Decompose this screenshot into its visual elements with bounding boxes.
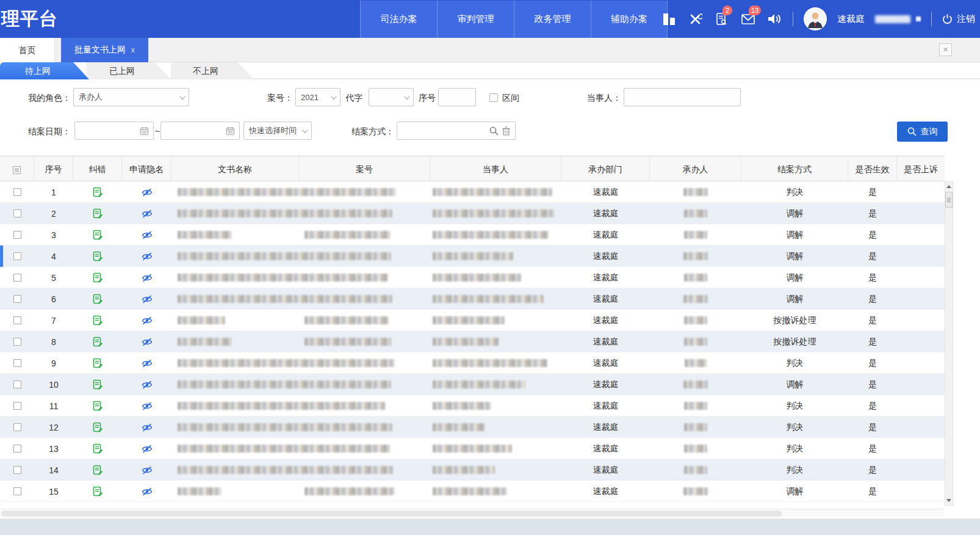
subtab-pending-publish[interactable]: 待上网 (0, 62, 89, 79)
eye-off-icon[interactable] (142, 295, 153, 304)
row-department: 速裁庭 (561, 459, 650, 481)
eye-off-icon[interactable] (142, 487, 153, 496)
row-checkbox[interactable] (13, 295, 21, 303)
row-document-cell (171, 246, 430, 267)
table-row[interactable]: 3 速裁庭 (0, 224, 945, 246)
nav-item-judicial-case[interactable]: 司法办案 (360, 1, 437, 38)
nav-item-assist-case[interactable]: 辅助办案 (591, 1, 668, 38)
correction-edit-icon[interactable] (93, 272, 103, 283)
mail-icon[interactable]: 13 (740, 11, 756, 27)
eye-off-icon[interactable] (142, 231, 153, 239)
row-checkbox[interactable] (13, 231, 21, 239)
panel-close-button[interactable]: × (939, 43, 952, 56)
horizontal-scrollbar[interactable] (0, 509, 945, 517)
correction-edit-icon[interactable] (93, 465, 103, 476)
table-row[interactable]: 12 速裁庭 (0, 417, 945, 438)
row-checkbox[interactable] (13, 274, 21, 282)
date-to-input[interactable] (160, 122, 240, 140)
table-row[interactable]: 5 速裁庭 (0, 267, 945, 288)
range-checkbox[interactable] (489, 93, 498, 102)
char-select[interactable] (369, 88, 414, 106)
row-checkbox[interactable] (13, 402, 21, 410)
correction-edit-icon[interactable] (93, 379, 103, 390)
close-mode-input[interactable] (397, 122, 516, 140)
search-button[interactable]: 查询 (897, 122, 948, 142)
tab-close-icon[interactable]: x (131, 46, 135, 54)
avatar[interactable] (804, 7, 827, 31)
correction-edit-icon[interactable] (93, 230, 103, 241)
table-row[interactable]: 6 速裁庭 (0, 288, 945, 310)
todo-document-icon[interactable]: 2 (714, 11, 730, 27)
table-row[interactable]: 11 速裁庭 (0, 395, 945, 417)
row-checkbox[interactable] (13, 487, 21, 495)
row-checkbox[interactable] (13, 445, 21, 453)
table-row[interactable]: 2 速裁庭 (0, 203, 945, 224)
select-all-checkbox[interactable] (13, 166, 21, 174)
row-checkbox[interactable] (13, 380, 21, 388)
correction-edit-icon[interactable] (93, 422, 103, 433)
row-checkbox[interactable] (13, 316, 21, 324)
scroll-down-arrow[interactable] (945, 497, 953, 504)
table-row[interactable]: 1 速裁庭 (0, 181, 945, 203)
correction-edit-icon[interactable] (93, 315, 103, 326)
correction-edit-icon[interactable] (93, 358, 103, 369)
eye-off-icon[interactable] (142, 402, 153, 410)
correction-edit-icon[interactable] (93, 337, 103, 348)
correction-edit-icon[interactable] (93, 401, 103, 412)
party-input[interactable] (624, 88, 741, 106)
row-checkbox[interactable] (13, 466, 21, 474)
eye-off-icon[interactable] (142, 466, 153, 475)
row-checkbox[interactable] (13, 359, 21, 367)
date-from-input[interactable] (74, 122, 154, 140)
logout-button[interactable]: 注销 (942, 13, 975, 25)
tab-home[interactable]: 首页 (0, 38, 55, 62)
row-checkbox[interactable] (13, 209, 21, 217)
correction-edit-icon[interactable] (93, 187, 103, 198)
correction-edit-icon[interactable] (93, 251, 103, 262)
correction-edit-icon[interactable] (93, 486, 103, 497)
trash-icon[interactable] (502, 126, 510, 136)
role-select[interactable]: 承办人 (73, 88, 189, 106)
horizontal-scrollbar-thumb[interactable] (1, 511, 782, 517)
eye-off-icon[interactable] (142, 209, 153, 218)
eye-off-icon[interactable] (142, 274, 153, 282)
table-row[interactable]: 9 速裁庭 (0, 352, 945, 374)
table-row[interactable]: 8 速裁庭 (0, 331, 945, 352)
subtab-not-publish[interactable]: 不上网 (171, 62, 254, 79)
speaker-icon[interactable] (766, 11, 782, 27)
correction-edit-icon[interactable] (93, 443, 103, 454)
quick-time-select[interactable]: 快速选择时间 (243, 122, 312, 140)
row-checkbox[interactable] (13, 338, 21, 346)
table-row[interactable]: 15 速裁庭 (0, 481, 945, 502)
row-checkbox[interactable] (13, 252, 21, 260)
table-row[interactable]: 13 速裁庭 (0, 438, 945, 459)
tools-icon[interactable] (688, 11, 704, 27)
nav-item-trial-management[interactable]: 审判管理 (437, 1, 514, 38)
row-checkbox[interactable] (13, 423, 21, 431)
correction-edit-icon[interactable] (93, 294, 103, 305)
eye-off-icon[interactable] (142, 338, 153, 346)
row-checkbox[interactable] (13, 188, 21, 196)
tab-batch-document-publish[interactable]: 批量文书上网 x (61, 38, 148, 62)
eye-off-icon[interactable] (142, 188, 153, 197)
scroll-up-arrow[interactable] (945, 183, 953, 191)
table-row[interactable]: 10 速裁庭 (0, 374, 945, 395)
eye-off-icon[interactable] (142, 316, 153, 325)
table-row[interactable]: 14 速裁庭 (0, 459, 945, 481)
vertical-scrollbar[interactable] (945, 181, 953, 506)
dashboard-icon[interactable] (661, 11, 677, 27)
eye-off-icon[interactable] (142, 445, 153, 453)
table-row[interactable]: 7 速裁庭 (0, 310, 945, 331)
table-row[interactable]: 4 速裁庭 (0, 246, 945, 267)
vertical-scrollbar-thumb[interactable] (945, 192, 953, 208)
eye-off-icon[interactable] (142, 380, 153, 389)
nav-item-government-affairs[interactable]: 政务管理 (514, 1, 591, 38)
serial-input[interactable] (438, 88, 476, 106)
eye-off-icon[interactable] (142, 359, 153, 368)
eye-off-icon[interactable] (142, 423, 153, 432)
correction-edit-icon[interactable] (93, 208, 103, 219)
subtab-published[interactable]: 已上网 (87, 62, 171, 79)
search-icon[interactable] (489, 126, 499, 136)
case-year-select[interactable]: 2021 (295, 88, 340, 106)
eye-off-icon[interactable] (142, 252, 153, 261)
